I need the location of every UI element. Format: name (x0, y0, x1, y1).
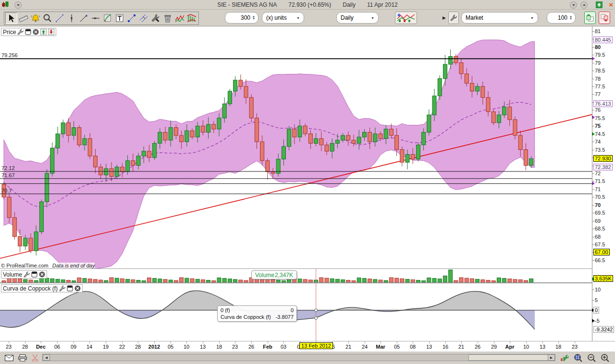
close-icon[interactable]: × (609, 0, 613, 9)
order-type-dropdown[interactable]: Market ▼ (461, 12, 538, 24)
mail-icon[interactable] (4, 353, 14, 363)
volume-bar (239, 280, 243, 282)
zoom-icon (42, 13, 53, 24)
candle (524, 150, 528, 166)
volume-bar (207, 280, 210, 282)
vertical-line-tool-button[interactable] (65, 12, 77, 24)
wrench-icon[interactable] (24, 271, 30, 278)
arrow-up-icon[interactable] (40, 29, 47, 35)
oblique-line-tool-button[interactable] (77, 12, 89, 24)
close-icon[interactable] (74, 285, 81, 291)
candle (438, 79, 442, 96)
price-tick-label: 68 (595, 234, 601, 240)
fit-zoom-icon[interactable] (573, 353, 583, 363)
close-icon[interactable] (39, 271, 45, 278)
extend-line-tool-button[interactable] (125, 12, 137, 24)
workspace-icon[interactable] (596, 1, 603, 8)
date-tick-label: 19 (103, 344, 109, 350)
date-tick (461, 341, 462, 343)
axis-tick (592, 260, 594, 261)
date-tick-label: 29 (491, 344, 497, 350)
spinner-icon[interactable]: ▲▼ (569, 15, 572, 20)
price-chart-canvas[interactable]: 79.25672.1271.6770.7 (0, 26, 592, 269)
horizontal-line-tool-button[interactable] (89, 12, 101, 24)
units-count-input[interactable]: 300 ▲▼ (225, 12, 258, 24)
scroll-right-button[interactable]: ▶ (548, 354, 555, 361)
expand-arrow-icon[interactable]: ▶ (443, 15, 446, 20)
scroll-up-button[interactable] (580, 1, 588, 9)
forecast-tool-button[interactable] (101, 12, 113, 24)
bottom-toolbar: ◀ ▶ (0, 351, 615, 364)
pattern-down-tool-button[interactable] (185, 12, 197, 24)
quantity-input[interactable]: 100 ▲▼ (547, 12, 576, 24)
date-tick (219, 341, 220, 343)
date-tick (478, 341, 478, 343)
price-marker-outline: 80.445 (593, 36, 613, 43)
date-tick-label: 05 (394, 344, 400, 350)
units-count-value[interactable]: 300 (228, 14, 252, 21)
spinner-icon[interactable]: ▲▼ (252, 15, 255, 20)
price-tick-label: 76 (595, 107, 601, 113)
wrench-icon[interactable] (17, 29, 24, 35)
volume-bar (282, 281, 285, 282)
date-axis[interactable]: 2328Dec0609141922282012051013182326Feb03… (0, 341, 615, 351)
ruler-tool-button[interactable] (17, 12, 29, 24)
print-icon[interactable] (17, 353, 28, 363)
scrollbar-thumb[interactable] (468, 354, 548, 361)
price-tick-label: 71 (595, 186, 601, 192)
coppock-tooltip-line2-label: Curva de Coppock (f) (221, 314, 271, 320)
price-panel-label: Price (3, 29, 16, 36)
trendline-tool-button[interactable] (53, 12, 65, 24)
date-tick (397, 341, 397, 343)
timeframe-dropdown[interactable]: Daily ▼ (336, 12, 379, 24)
coppock-tick-label: -5 (595, 318, 600, 324)
axis-tick (592, 47, 594, 48)
candle (88, 139, 92, 156)
volume-bar (518, 280, 522, 283)
scroll-down-button[interactable] (570, 1, 577, 9)
date-tick-label: 23 (232, 344, 238, 350)
display-settings-icon[interactable] (559, 353, 570, 363)
volume-bar (104, 280, 108, 282)
scroll-left-button[interactable]: ◀ (43, 354, 50, 361)
date-tick-label: 28 (135, 344, 141, 350)
volume-bar (373, 279, 377, 282)
zoom-in-icon[interactable] (600, 353, 610, 363)
order-settings-button[interactable] (448, 12, 459, 24)
pattern-up-tool-button[interactable] (173, 12, 185, 24)
axis-tick (592, 86, 594, 87)
chart-style-button[interactable] (395, 12, 417, 24)
candle (529, 158, 533, 165)
volume-bar (524, 280, 528, 282)
window-icon[interactable] (67, 285, 73, 291)
date-tick (413, 341, 413, 343)
price-marker-outline: 76.413 (593, 100, 613, 107)
arrow-down-icon[interactable] (48, 29, 54, 35)
chevron-down-icon: ▼ (293, 16, 300, 20)
close-icon[interactable] (33, 29, 39, 35)
window-icon[interactable] (31, 271, 37, 278)
units-dropdown[interactable]: (x) units ▼ (262, 12, 304, 24)
quantity-value[interactable]: 100 (550, 14, 569, 21)
crosshair-point (315, 309, 318, 312)
wrench-icon[interactable] (59, 285, 65, 291)
candle (422, 132, 426, 145)
tools-tool-button[interactable] (149, 12, 161, 24)
price-axis[interactable]: 8180.58079.57978.57877.57776.57675.57574… (592, 26, 615, 351)
buy-button[interactable] (584, 12, 596, 24)
pointer-tool-button[interactable] (5, 12, 17, 24)
coppock-tooltip: 0 (f)0 Curva de Coppock (f)-3.8077 (217, 305, 297, 322)
alarm-tool-button[interactable] (29, 12, 41, 24)
text-tool-button[interactable] (113, 12, 125, 24)
sell-button[interactable] (599, 12, 610, 24)
zoom-tool-button[interactable] (41, 12, 53, 24)
zoom-out-icon[interactable] (586, 353, 597, 363)
window-icon[interactable] (25, 29, 31, 35)
cut-icon[interactable] (30, 353, 40, 363)
coppock-tick-label: 5 (595, 297, 598, 303)
parallel-lines-tool-button[interactable] (137, 12, 149, 24)
axis-tick (592, 55, 594, 55)
volume-bar (384, 280, 388, 282)
trash-tool-button[interactable] (161, 12, 173, 24)
horizontal-scrollbar[interactable]: ◀ ▶ (42, 354, 555, 361)
